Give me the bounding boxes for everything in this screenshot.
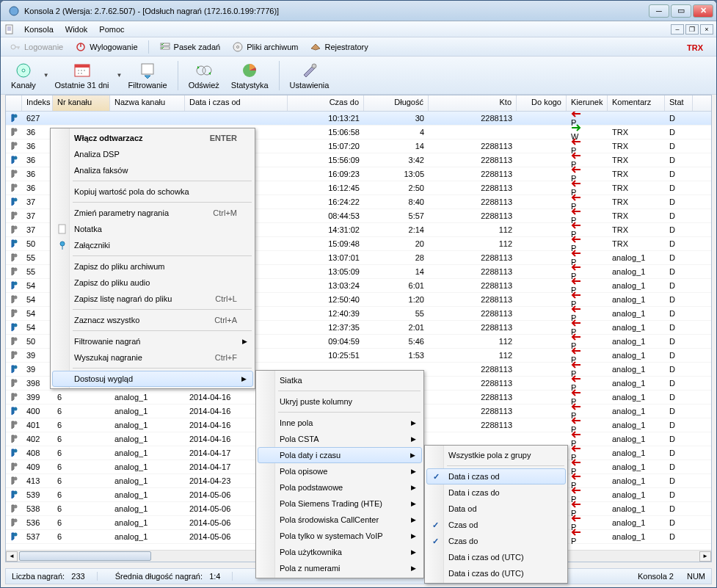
ctx-selectall[interactable]: Zaznacz wszystkoCtrl+A — [52, 312, 253, 328]
col-nazwa[interactable]: Nazwa kanału — [110, 95, 185, 111]
cell-kto: 2288113 — [429, 267, 517, 276]
dropdown-icon[interactable]: ▼ — [117, 72, 123, 79]
ctx2-datetime[interactable]: Pola daty i czasu▶ — [258, 447, 422, 463]
menu-widok[interactable]: Widok — [59, 23, 94, 35]
mdi-restore-button[interactable]: ❐ — [685, 24, 699, 35]
col-komentarz[interactable]: Komentarz — [608, 95, 665, 111]
ctx2-hideempty[interactable]: Ukryj puste kolumny — [258, 393, 422, 410]
cell-kto: 112 — [429, 351, 517, 360]
ctx-customize[interactable]: Dostosuj wygląd▶ — [52, 371, 253, 387]
ctx-play-shortcut: ENTER — [210, 134, 237, 142]
refresh-button[interactable]: Odśwież — [183, 60, 225, 91]
col-stat[interactable]: Stat — [665, 95, 693, 111]
filter-button[interactable]: Filtrowanie — [122, 60, 172, 91]
ctx2-csta[interactable]: Pola CSTA▶ — [258, 431, 422, 447]
calendar-icon — [72, 62, 92, 79]
ctx-filter[interactable]: Filtrowanie nagrań▶ — [52, 333, 253, 349]
ctx2-siemens[interactable]: Pola Siemens Trading (HTE)▶ — [258, 496, 422, 512]
cell-czas: 13:03:24 — [288, 281, 364, 290]
cell-stat: D — [665, 449, 693, 457]
minimize-button[interactable]: ─ — [649, 4, 669, 18]
maximize-button[interactable]: ▭ — [671, 4, 691, 18]
ctx-saveaudio[interactable]: Zapisz do pliku audio — [52, 275, 253, 291]
ctx3-dateutcfrom[interactable]: Data i czas od (UTC) — [426, 549, 566, 565]
last31-button[interactable]: Ostatnie 31 dni — [49, 60, 115, 91]
ctx-savearch[interactable]: Zapisz do pliku archiwum — [52, 258, 253, 275]
ctx3-timefrom[interactable]: ✓Czas od — [426, 517, 566, 533]
ctx-copy[interactable]: Kopiuj wartość pola do schowka — [52, 184, 253, 200]
ctx-play[interactable]: Włącz odtwarzaczENTER — [52, 130, 253, 146]
cell-kto: 2288113 — [429, 365, 517, 374]
ctx-savelist[interactable]: Zapisz listę nagrań do plikuCtrl+L — [52, 291, 253, 307]
ctx3-timeto[interactable]: ✓Czas do — [426, 533, 566, 549]
row-icon — [6, 392, 22, 402]
col-icon[interactable] — [6, 95, 22, 111]
ctx2-user[interactable]: Pola użytkownika▶ — [258, 544, 422, 560]
col-indeks[interactable]: Indeks — [22, 95, 53, 111]
cell-indeks: 37 — [22, 197, 53, 206]
ctx-search[interactable]: Wyszukaj nagranieCtrl+F — [52, 349, 253, 366]
ctx2-numbers[interactable]: Pola z numerami▶ — [258, 560, 422, 576]
dropdown-icon[interactable]: ▼ — [43, 72, 49, 79]
ctx2-grid[interactable]: Siatka — [258, 372, 422, 388]
cell-nr: 6 — [53, 532, 110, 541]
ctx2-desc[interactable]: Pola opisowe▶ — [258, 463, 422, 479]
status-avg-value: 1:4 — [209, 572, 220, 581]
cell-indeks: 537 — [22, 532, 53, 541]
settings-button[interactable]: Ustawienia — [284, 60, 335, 91]
col-czasdo[interactable]: Czas do — [288, 95, 364, 111]
ctx3-dateutcfrom-label: Data i czas od (UTC) — [448, 553, 550, 562]
mdi-close-button[interactable]: × — [700, 24, 713, 35]
scroll-right-icon[interactable]: ► — [699, 551, 711, 562]
ctx2-other[interactable]: Inne pola▶ — [258, 415, 422, 431]
ctx-dsp[interactable]: Analiza DSP — [52, 146, 253, 162]
cell-dl: 14 — [364, 142, 429, 150]
cell-czas: 15:56:09 — [288, 156, 364, 164]
svg-point-31 — [14, 296, 18, 300]
row-icon — [6, 350, 22, 360]
cell-dl: 4 — [364, 128, 429, 137]
recorders-button[interactable]: Rejestratory — [305, 40, 372, 54]
ctx3-dateutcto[interactable]: Data i czas do (UTC) — [426, 565, 566, 581]
ctx2-voip[interactable]: Pola tylko w systemach VoIP▶ — [258, 528, 422, 544]
ctx-savelist-shortcut: Ctrl+L — [215, 294, 237, 303]
ctx2-basic[interactable]: Pola podstawowe▶ — [258, 479, 422, 496]
archive-button[interactable]: Pliki archiwum — [228, 40, 302, 54]
taskbar-button[interactable]: Pasek zadań — [155, 40, 225, 54]
ctx-params[interactable]: Zmień parametry nagraniaCtrl+M — [52, 205, 253, 221]
scroll-left-icon[interactable]: ◄ — [6, 551, 18, 562]
login-button[interactable]: Logowanie — [5, 40, 68, 54]
ctx2-cc[interactable]: Pola środowiska CallCenter▶ — [258, 512, 422, 528]
ctx-attach[interactable]: Załączniki — [52, 237, 253, 253]
ctx3-datefrom[interactable]: ✓Data i czas od — [426, 468, 566, 484]
ctx-note[interactable]: Notatka — [52, 221, 253, 237]
cell-stat: D — [665, 323, 693, 332]
svg-point-0 — [10, 7, 18, 15]
scroll-thumb[interactable] — [19, 551, 151, 561]
mdi-minimize-button[interactable]: – — [671, 24, 684, 35]
ctx-fax[interactable]: Analiza faksów — [52, 162, 253, 178]
context-menu-main: Włącz odtwarzaczENTER Analiza DSP Analiz… — [50, 128, 255, 389]
row-icon — [6, 211, 22, 221]
col-kierunek[interactable]: Kierunek — [567, 95, 608, 111]
menu-pomoc[interactable]: Pomoc — [93, 23, 130, 35]
channels-button[interactable]: Kanały — [5, 60, 42, 91]
cell-dl: 1:53 — [364, 351, 429, 360]
logout-button[interactable]: Wylogowanie — [70, 40, 142, 54]
cell-dl: 2:14 — [364, 225, 429, 234]
brand-logo: TRX — [687, 40, 712, 54]
check-icon: ✓ — [433, 472, 440, 482]
cell-indeks: 36 — [22, 184, 53, 192]
col-dokogo[interactable]: Do kogo — [517, 95, 567, 111]
menu-konsola[interactable]: Konsola — [18, 23, 59, 35]
close-button[interactable]: ✕ — [693, 4, 713, 18]
cell-kom: TRX — [608, 184, 665, 192]
col-data[interactable]: Data i czas od — [185, 95, 288, 111]
ctx3-all[interactable]: Wszystkie pola z grupy — [426, 447, 566, 463]
ctx3-dateonly[interactable]: Data od — [426, 501, 566, 517]
col-dlugosc[interactable]: Długość — [364, 95, 429, 111]
col-nrkanalu[interactable]: Nr kanału — [53, 95, 110, 111]
stats-button[interactable]: Statystyka — [225, 60, 274, 91]
ctx3-dateto[interactable]: Data i czas do — [426, 484, 566, 501]
col-kto[interactable]: Kto — [429, 95, 517, 111]
